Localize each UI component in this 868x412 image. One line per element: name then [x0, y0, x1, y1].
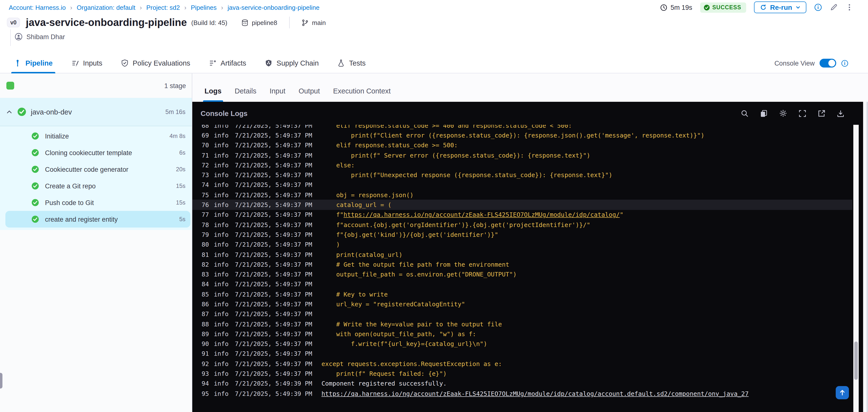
log-text: print(f" Request failed: {e}")	[321, 370, 447, 377]
log-text: f"	[321, 211, 343, 219]
log-line: 85info7/21/2025, 5:49:37 PM # Key to wri…	[192, 289, 852, 299]
step-success-icon	[31, 215, 39, 223]
console-toolbar	[741, 109, 844, 118]
breadcrumb-item[interactable]: Pipelines	[191, 4, 217, 11]
log-viewport[interactable]: 68info7/21/2025, 5:49:37 PM elif respons…	[192, 125, 852, 412]
log-level: info	[214, 390, 235, 397]
chevron-up-icon[interactable]	[6, 108, 13, 115]
log-timestamp: 7/21/2025, 5:49:37 PM	[235, 201, 321, 209]
git-branch-icon	[301, 19, 309, 26]
log-level: info	[214, 132, 235, 139]
log-message: print(catalog_url)	[321, 251, 402, 258]
console-scrollbar-thumb[interactable]	[854, 342, 858, 380]
log-line-number: 76	[202, 201, 214, 209]
step-duration: 15s	[176, 199, 185, 206]
step-item[interactable]: Initialize4m 8s	[5, 128, 190, 144]
copy-icon[interactable]	[760, 109, 768, 117]
tab-label: Pipeline	[26, 59, 53, 67]
log-timestamp: 7/21/2025, 5:49:37 PM	[235, 281, 321, 288]
log-level: info	[214, 181, 235, 189]
log-timestamp: 7/21/2025, 5:49:37 PM	[235, 290, 321, 298]
log-tab-input[interactable]: Input	[270, 87, 285, 102]
edit-pencil-icon[interactable]	[830, 3, 838, 11]
kebab-menu-icon[interactable]	[845, 3, 853, 11]
log-tab-execution-context[interactable]: Execution Context	[333, 87, 391, 102]
log-line: 71info7/21/2025, 5:49:37 PM print(f" Ser…	[192, 150, 852, 160]
log-line: 72info7/21/2025, 5:49:37 PM else:	[192, 160, 852, 170]
step-item[interactable]: create and register entity5s	[5, 211, 190, 227]
step-success-icon	[31, 132, 39, 140]
rerun-button[interactable]: Re-run	[754, 1, 806, 13]
log-level: info	[214, 281, 235, 288]
log-tab-logs[interactable]: Logs	[205, 87, 221, 102]
log-message: elif response.status_code >= 500:	[321, 141, 458, 149]
console-view-info-icon[interactable]	[841, 59, 848, 67]
left-edge-scroll-handle[interactable]	[0, 373, 2, 388]
log-message: output_file_path = os.environ.get("DRONE…	[321, 271, 517, 278]
log-link[interactable]: https://qa.harness.io/ng/account/zEaak-F…	[321, 390, 749, 397]
info-icon[interactable]	[814, 3, 822, 11]
stage-row[interactable]: java-onb-dev 5m 16s	[0, 98, 192, 126]
tab-label: Policy Evaluations	[133, 59, 190, 67]
breadcrumb-separator-icon: ›	[70, 4, 72, 11]
log-message: f"account.{obj.get('orgIdentifier')}.{ob…	[321, 221, 590, 228]
step-item[interactable]: Create a Git repo15s	[5, 178, 190, 194]
log-message: catalog_url = (	[321, 201, 392, 209]
log-tab-details[interactable]: Details	[235, 87, 256, 102]
vertical-divider	[289, 17, 289, 28]
log-message: print(f"Unexpected response ({response.s…	[321, 171, 612, 179]
log-line-number: 93	[202, 370, 214, 377]
breadcrumb-item[interactable]: Account: Harness.io	[9, 4, 66, 11]
log-text: Component registered successfully.	[321, 380, 447, 387]
artifacts-icon	[209, 59, 217, 67]
branch-chip[interactable]: main	[301, 19, 326, 26]
scroll-to-top-button[interactable]	[836, 386, 849, 399]
status-badge: SUCCESS	[700, 2, 746, 12]
open-in-new-icon[interactable]	[817, 109, 826, 117]
breadcrumb-item[interactable]: java-service-onboarding-pipeline	[227, 4, 319, 11]
step-item[interactable]: Cookiecutter code generator20s	[5, 161, 190, 178]
log-line-number: 74	[202, 181, 214, 189]
log-link[interactable]: https://qa.harness.io/ng/account/zEaak-F…	[343, 211, 620, 219]
log-level: info	[214, 330, 235, 338]
toggle-knob	[828, 60, 835, 67]
pipeline-ref[interactable]: pipeline8	[241, 19, 277, 26]
log-message: f.write(f"{url_key}={catalog_url}\n")	[321, 340, 487, 347]
rerun-label: Re-run	[770, 3, 792, 11]
main-tabs-list: PipelineInputsPolicy EvaluationsArtifact…	[14, 59, 366, 73]
search-icon[interactable]	[741, 109, 749, 117]
author-row: Shibam Dhar	[15, 30, 868, 43]
tab-policy-evaluations[interactable]: Policy Evaluations	[121, 59, 190, 73]
log-text: # Get the output file path from the envi…	[321, 261, 509, 268]
log-line: 81info7/21/2025, 5:49:37 PM print(catalo…	[192, 250, 852, 260]
console-view-toggle[interactable]	[819, 59, 836, 67]
breadcrumb-item[interactable]: Organization: default	[76, 4, 135, 11]
log-text: f.write(f"{url_key}={catalog_url}\n")	[321, 340, 487, 347]
log-timestamp: 7/21/2025, 5:49:37 PM	[235, 370, 321, 377]
tab-tests[interactable]: Tests	[337, 59, 366, 73]
step-label: Create a Git repo	[45, 182, 96, 190]
fullscreen-icon[interactable]	[799, 109, 806, 117]
log-line-number: 82	[202, 261, 214, 268]
tab-supply-chain[interactable]: Supply Chain	[265, 59, 319, 73]
step-item[interactable]: Cloning cookiecutter template6s	[5, 144, 190, 161]
tab-inputs[interactable]: Inputs	[71, 59, 102, 73]
console-scrollbar[interactable]	[853, 125, 859, 412]
download-icon[interactable]	[837, 109, 844, 117]
step-item[interactable]: Push code to Git15s	[5, 194, 190, 211]
settings-icon[interactable]	[779, 109, 787, 118]
log-line-number: 71	[202, 152, 214, 159]
tab-pipeline[interactable]: Pipeline	[14, 59, 53, 73]
log-timestamp: 7/21/2025, 5:49:39 PM	[235, 380, 321, 387]
log-text: except requests.exceptions.RequestExcept…	[321, 360, 502, 368]
log-line: 69info7/21/2025, 5:49:37 PM print(f"Clie…	[192, 130, 852, 140]
log-text: else:	[321, 161, 354, 169]
tab-artifacts[interactable]: Artifacts	[209, 59, 246, 73]
log-tab-output[interactable]: Output	[299, 87, 320, 102]
log-line-number: 75	[202, 191, 214, 198]
log-line-number: 78	[202, 221, 214, 228]
log-text: "	[620, 211, 623, 219]
step-label: Push code to Git	[45, 199, 94, 206]
breadcrumb-item[interactable]: Project: sd2	[146, 4, 180, 11]
version-badge: v0	[7, 18, 20, 27]
